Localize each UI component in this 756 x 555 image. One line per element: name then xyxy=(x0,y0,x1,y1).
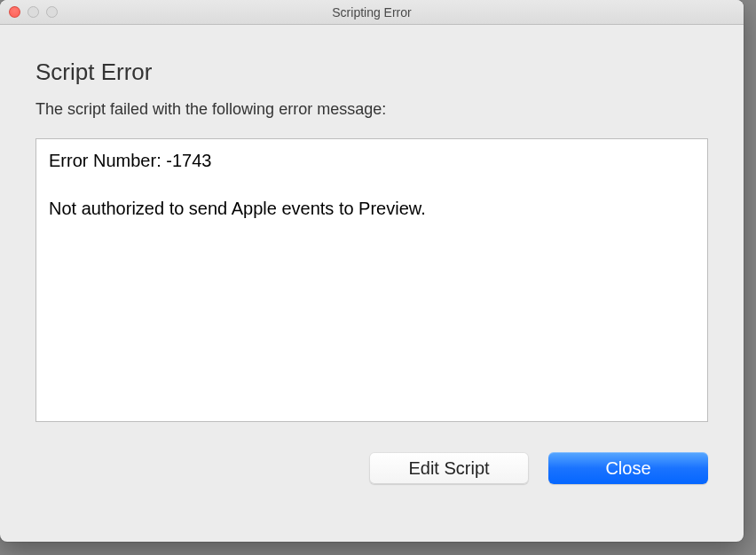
minimize-window-icon xyxy=(28,6,39,18)
button-row: Edit Script Close xyxy=(35,452,708,484)
title-bar: Scripting Error xyxy=(0,0,744,25)
dialog-window: Scripting Error Script Error The script … xyxy=(0,0,744,542)
dialog-message: The script failed with the following err… xyxy=(35,100,708,119)
close-window-icon[interactable] xyxy=(9,6,20,18)
error-detail-box: Error Number: -1743 Not authorized to se… xyxy=(35,138,708,422)
error-number-text: Error Number: -1743 xyxy=(49,148,695,173)
error-body-text: Not authorized to send Apple events to P… xyxy=(49,196,695,221)
window-title: Scripting Error xyxy=(0,5,744,20)
window-controls xyxy=(9,6,58,18)
zoom-window-icon xyxy=(46,6,58,18)
dialog-heading: Script Error xyxy=(35,59,708,86)
edit-script-button[interactable]: Edit Script xyxy=(369,452,529,484)
dialog-content: Script Error The script failed with the … xyxy=(0,25,744,542)
close-button[interactable]: Close xyxy=(548,452,708,484)
